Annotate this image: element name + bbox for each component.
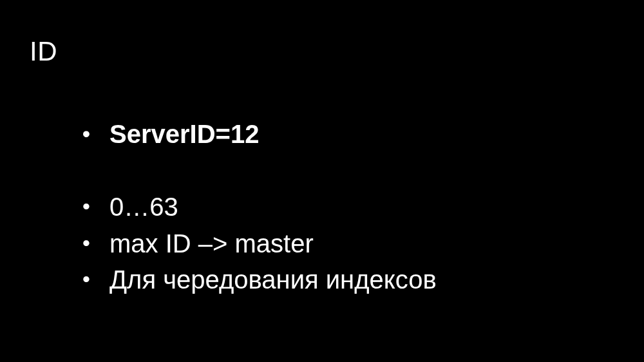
bullet-text: max ID –> master [109, 229, 314, 258]
slide-title: ID [30, 36, 57, 67]
bullet-text: Для чередования индексов [109, 265, 437, 294]
bullet-text: 0…63 [109, 193, 178, 221]
list-spacer [82, 153, 437, 189]
bullet-list: ServerID=12 0…63 max ID –> master Для че… [82, 116, 437, 298]
bullet-text: ServerID=12 [109, 120, 259, 148]
bullet-item: ServerID=12 [82, 116, 437, 153]
bullet-item: 0…63 [82, 189, 437, 225]
bullet-item: Для чередования индексов [82, 262, 437, 298]
bullet-item: max ID –> master [82, 225, 437, 262]
